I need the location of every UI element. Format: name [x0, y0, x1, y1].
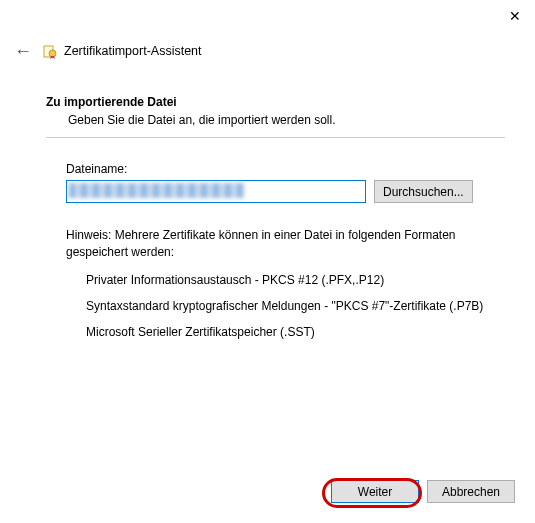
svg-point-1 [49, 50, 56, 57]
back-arrow-icon[interactable]: ← [14, 42, 32, 60]
cancel-button[interactable]: Abbrechen [427, 480, 515, 503]
browse-button[interactable]: Durchsuchen... [374, 180, 473, 203]
hint-text: Hinweis: Mehrere Zertifikate können in e… [66, 227, 505, 261]
format-item: Microsoft Serieller Zertifikatspeicher (… [86, 325, 505, 339]
file-row: Durchsuchen... [66, 180, 505, 203]
wizard-header: ← Zertifikatimport-Assistent [14, 42, 202, 60]
wizard-content: Zu importierende Datei Geben Sie die Dat… [46, 95, 505, 351]
format-item: Privater Informationsaustausch - PKCS #1… [86, 273, 505, 287]
divider [46, 137, 505, 138]
certificate-wizard-icon [42, 43, 58, 59]
section-description: Geben Sie die Datei an, die importiert w… [68, 113, 505, 127]
close-icon[interactable]: ✕ [509, 8, 521, 24]
filename-input[interactable] [66, 180, 366, 203]
next-button[interactable]: Weiter [331, 480, 419, 503]
section-title: Zu importierende Datei [46, 95, 505, 109]
wizard-footer: Weiter Abbrechen [323, 480, 515, 503]
format-item: Syntaxstandard kryptografischer Meldunge… [86, 299, 505, 313]
filename-label: Dateiname: [66, 162, 505, 176]
wizard-title: Zertifikatimport-Assistent [64, 44, 202, 58]
